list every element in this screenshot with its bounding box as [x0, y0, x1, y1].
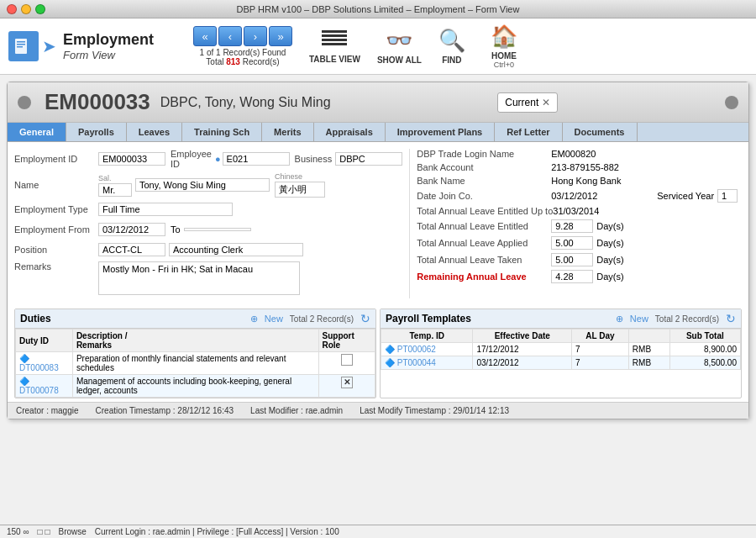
last-modifier-value: rae.admin [306, 406, 343, 415]
tab-leaves[interactable]: Leaves [127, 123, 182, 141]
payroll-col-id: Temp. ID [381, 330, 473, 343]
tab-improvement[interactable]: Improvement Plans [386, 123, 495, 141]
date-join-value: 03/12/2012 [551, 191, 652, 201]
bank-name-row: Bank Name Hong Kong Bank [417, 176, 742, 186]
duties-title: Duties [20, 313, 51, 324]
duties-new-icon: ⊕ [250, 314, 258, 324]
duties-total: Total 2 Record(s) [290, 314, 354, 324]
form-employee-name: DBPC, Tony, Wong Siu Ming [160, 95, 331, 110]
payroll-new-button[interactable]: New [630, 314, 648, 324]
to-value [184, 228, 251, 231]
tab-documents[interactable]: Documents [563, 123, 638, 141]
al-remaining-value: 4.28 [551, 270, 593, 283]
payroll-alday-1: 7 [572, 343, 629, 356]
trade-login-label: DBP Trade Login Name [417, 149, 551, 159]
next-record-button[interactable]: › [244, 26, 267, 46]
payroll-col-date: Effective Date [473, 330, 572, 343]
last-modify-ts-info: Last Modify Timestamp : 29/01/14 12:13 [360, 406, 509, 415]
payroll-date-1: 17/12/2012 [473, 343, 572, 356]
home-button[interactable]: 🏠 HOME Ctrl+0 [491, 24, 517, 69]
logo-area: ➤ Employment Form View [8, 31, 176, 61]
svg-rect-1 [17, 41, 25, 43]
prev-record-button[interactable]: ‹ [218, 26, 242, 46]
payroll-refresh-icon[interactable]: ↻ [726, 312, 736, 325]
duties-actions: ⊕ New Total 2 Record(s) ↻ [250, 312, 370, 325]
status-button[interactable]: Current ✕ [497, 92, 558, 113]
creator-info: Creator : maggie [16, 406, 79, 415]
payroll-currency-2: RMB [628, 356, 669, 370]
maximize-button[interactable] [35, 4, 45, 14]
employee-id-indicator: ● [215, 154, 221, 164]
tab-appraisals[interactable]: Appraisals [314, 123, 386, 141]
duties-table: Duty ID Description /Remarks Support Rol… [15, 329, 375, 398]
show-all-button[interactable]: 👓 SHOW ALL [377, 28, 422, 65]
tab-refletter[interactable]: Ref Letter [495, 123, 562, 141]
date-join-label: Date Join Co. [417, 191, 551, 201]
minimize-button[interactable] [21, 4, 31, 14]
tab-training[interactable]: Training Sch [182, 123, 262, 141]
bottom-panels: Duties ⊕ New Total 2 Record(s) ↻ Duty ID [14, 309, 742, 398]
al-entitled-total-label: Total Annual Leave Entitled [417, 221, 551, 231]
home-icon: 🏠 [491, 24, 517, 50]
employment-from-value: 03/12/2012 [98, 223, 165, 236]
al-applied-row: Total Annual Leave Applied 5.00 Day(s) [417, 236, 742, 250]
duty-row-2: 🔷 DT000078 Management of accounts includ… [16, 375, 375, 398]
payroll-subtotal-2: 8,500.00 [669, 356, 740, 370]
business-value: DBPC [335, 152, 402, 166]
serviced-year-value: 1 [717, 189, 738, 203]
al-taken-row: Total Annual Leave Taken 5.00 Day(s) [417, 253, 742, 266]
window-controls: □ □ [38, 527, 50, 536]
find-label: FIND [442, 55, 461, 65]
al-applied-value: 5.00 [551, 236, 593, 250]
duty-icon-2: 🔷 [19, 377, 29, 386]
status-close-icon[interactable]: ✕ [542, 97, 550, 108]
svg-rect-6 [322, 39, 347, 41]
employment-id-label: Employment ID [14, 154, 98, 164]
payroll-id-1[interactable]: PT000062 [397, 345, 436, 354]
table-view-button[interactable]: TABLE VIEW [309, 29, 360, 64]
date-join-row: Date Join Co. 03/12/2012 Serviced Year 1 [417, 189, 742, 203]
form-id: EM000033 [45, 89, 150, 115]
tab-payrolls[interactable]: Payrolls [66, 123, 127, 141]
show-all-icon: 👓 [386, 28, 412, 54]
payroll-panel: Payroll Templates ⊕ New Total 2 Record(s… [380, 309, 742, 398]
find-button[interactable]: 🔍 FIND [438, 28, 465, 65]
payroll-header: Payroll Templates ⊕ New Total 2 Record(s… [381, 309, 741, 329]
chinese-value: 黃小明 [275, 182, 325, 198]
employment-type-value: Full Time [98, 203, 233, 216]
remarks-label: Remarks [14, 261, 98, 272]
form-footer: Creator : maggie Creation Timestamp : 28… [8, 402, 748, 419]
name-label: Name [14, 180, 98, 190]
payroll-actions: ⊕ New Total 2 Record(s) ↻ [616, 312, 736, 325]
duties-new-button[interactable]: New [265, 314, 283, 324]
duty-id-2[interactable]: DT000078 [19, 386, 59, 395]
al-entitled-label: Total Annual Leave Entitled Up to [417, 206, 553, 216]
tab-general[interactable]: General [8, 123, 66, 141]
employee-id-label: Employee ID [171, 149, 212, 169]
name-value: Tony, Wong Siu Ming [135, 178, 270, 192]
close-button[interactable] [7, 4, 17, 14]
last-record-button[interactable]: » [269, 26, 292, 46]
tab-merits[interactable]: Merits [262, 123, 313, 141]
duty-role-2[interactable]: ✕ [341, 377, 353, 388]
bank-account-value: 213-879155-882 [551, 162, 652, 172]
form-container: EM000033 DBPC, Tony, Wong Siu Ming Curre… [7, 82, 749, 419]
al-entitled-date: 31/03/2014 [553, 206, 654, 216]
duties-refresh-icon[interactable]: ↻ [360, 312, 370, 325]
al-entitled-total-unit: Day(s) [596, 221, 623, 231]
zoom-level: 150 ∞ [7, 527, 29, 536]
al-remaining-row: Remaining Annual Leave 4.28 Day(s) [417, 270, 742, 283]
payroll-new-icon: ⊕ [616, 314, 623, 324]
payroll-icon-2: 🔷 [385, 358, 395, 367]
last-modify-ts-label: Last Modify Timestamp [360, 406, 446, 415]
left-panel: Employment ID EM000033 Employee ID ● E02… [14, 149, 402, 298]
first-record-button[interactable]: « [193, 26, 217, 46]
duty-id-1[interactable]: DT000083 [19, 363, 59, 372]
payroll-id-2[interactable]: PT000044 [397, 358, 436, 367]
duty-desc-1: Preparation of monthly financial stateme… [72, 352, 318, 375]
navigation-controls: « ‹ › » 1 of 1 Record(s) Found Total 813… [193, 26, 292, 66]
duty-role-1[interactable] [341, 354, 353, 366]
bank-account-label: Bank Account [417, 162, 551, 172]
home-shortcut: Ctrl+0 [491, 61, 517, 69]
al-applied-unit: Day(s) [596, 238, 623, 248]
